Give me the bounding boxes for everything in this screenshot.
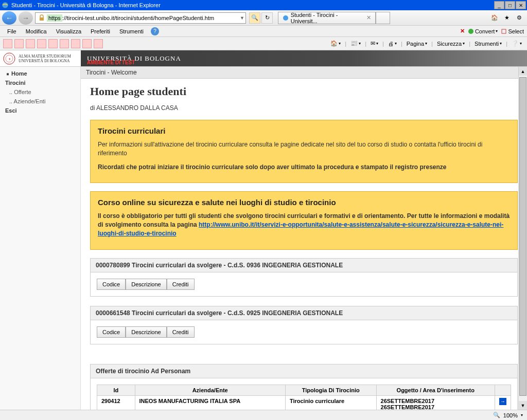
toolbar-btn-4[interactable] [37,39,46,48]
nav-bar: ← → https ▼ 🔍 ↻ Studenti - Tirocini - Un… [0,10,527,26]
toolbar-btn-2[interactable] [14,39,24,48]
th-azienda: Azienda/Ente [135,385,285,395]
cmd-feeds[interactable]: 📰▾ [348,39,363,48]
box1-p1: Per informazioni sull'attivazione del ti… [98,140,510,158]
svg-point-2 [283,15,288,21]
sidebar-esci[interactable]: Esci [0,106,80,115]
th-id: Id [97,385,135,395]
vertical-scrollbar[interactable]: ▲ ▼ [518,67,527,410]
svg-rect-1 [40,17,44,21]
toolbar-btn-6[interactable] [60,39,69,48]
address-bar[interactable]: https ▼ [35,12,246,24]
toolbar-btn-1[interactable] [3,39,12,48]
box1-title: Tirocini curriculari [98,126,510,135]
scroll-thumb[interactable] [519,77,526,396]
menu-modifica[interactable]: Modifica [22,27,51,35]
sidebar: Home Tirocini .. Offerte .. Aziende/Enti… [0,67,81,420]
window-title: Studenti - Tirocini - Università di Bolo… [11,2,494,8]
logo-line1: ALMA MATER STUDIORUM [19,54,71,59]
section1-body: Codice Descrizione Crediti [90,272,518,297]
breadcrumb: Tirocini - Welcome [81,67,527,79]
sec1-descrizione-button[interactable]: Descrizione [126,279,166,290]
section3-header: Offerte di tirocinio Ad Personam [90,364,518,378]
page-subtitle: di ALESSANDRO DALLA CASA [90,104,518,112]
sidebar-offerte[interactable]: .. Offerte [0,87,80,97]
sidebar-tirocini[interactable]: Tirocini [0,78,80,87]
cmd-sicurezza[interactable]: Sicurezza▾ [435,40,467,48]
help-icon[interactable]: ? [151,27,159,35]
toolbar-btn-8[interactable] [82,39,92,48]
minimize-button[interactable]: _ [494,1,504,9]
box2-title: Corso online su sicurezza e salute nei l… [98,198,510,207]
sec1-codice-button[interactable]: Codice [97,279,126,290]
shield-icon: ⚜ [3,52,15,65]
favorites-icon[interactable]: ★ [501,12,513,24]
toolbar-btn-3[interactable] [26,39,35,48]
toolbar-row: 🏠▾ | 📰▾ | ✉▾ | 🖨▾ | Pagina▾ | Sicurezza▾… [0,37,527,50]
university-banner: UNIVERSITÀ DI BOLOGNA AMBIENTE DI TEST [81,50,527,66]
toolbar-btn-7[interactable] [71,39,80,48]
sidebar-home[interactable]: Home [0,69,80,78]
main-content: Tirocini - Welcome Home page studenti di… [81,67,527,420]
convert-button[interactable]: Convert ▾ [468,28,498,34]
home-icon[interactable]: 🏠 [489,12,500,24]
toolbar-btn-9[interactable] [94,39,103,48]
back-button[interactable]: ← [2,11,16,25]
url-input[interactable] [62,15,240,21]
sec2-crediti-button[interactable]: Crediti [167,326,195,338]
close-x-button[interactable]: ✕ [460,28,465,34]
toolbar-btn-5[interactable] [48,39,58,48]
cmd-mail[interactable]: ✉▾ [368,39,380,48]
th-tipologia: Tipologia Di Tirocinio [285,385,376,395]
forward-button[interactable]: → [19,11,33,25]
cmd-pagina[interactable]: Pagina▾ [405,40,429,48]
menu-visualizza[interactable]: Visualizza [52,27,85,35]
cmd-strumenti[interactable]: Strumenti▾ [472,40,504,48]
section1-header: 0000780899 Tirocini curriculari da svolg… [90,258,518,272]
menu-strumenti[interactable]: Strumenti [115,27,148,35]
tab-close-icon[interactable]: ✕ [366,14,371,21]
browser-tab[interactable]: Studenti - Tirocini - Universit... ✕ [278,12,376,24]
cmd-help-icon[interactable]: ❔▾ [510,39,524,48]
maximize-button[interactable]: □ [505,1,515,9]
cmd-home[interactable]: 🏠▾ [328,39,343,48]
info-box-corso: Corso online su sicurezza e salute nei l… [90,191,518,249]
zoom-dropdown-icon[interactable]: ▾ [521,413,523,417]
select-icon [501,28,507,34]
scroll-up-button[interactable]: ▲ [519,67,527,76]
select-button[interactable]: Select [501,28,524,34]
th-oggetto: Oggetto / Area D'inserimento [376,385,495,395]
menu-bar: File Modifica Visualizza Preferiti Strum… [0,26,527,37]
sidebar-aziende[interactable]: .. Aziende/Enti [0,97,80,106]
sec1-crediti-button[interactable]: Crediti [167,279,195,290]
sec2-descrizione-button[interactable]: Descrizione [126,326,166,338]
zoom-icon[interactable]: 🔍 [493,412,500,418]
status-bar: 🔍 100% ▾ [0,410,527,420]
sec2-codice-button[interactable]: Codice [97,326,126,338]
url-protocol: https [47,14,62,22]
menu-file[interactable]: File [3,27,21,35]
new-tab-button[interactable] [376,12,390,24]
zoom-level: 100% [503,412,518,418]
menu-preferiti[interactable]: Preferiti [86,27,114,35]
ie-icon [1,1,9,9]
cmd-print[interactable]: 🖨▾ [386,40,399,48]
close-button[interactable]: ✕ [516,1,526,9]
section2-body: Codice Descrizione Crediti [90,320,518,344]
search-button[interactable]: 🔍 [249,12,260,24]
lock-icon [38,14,45,22]
scroll-down-button[interactable]: ▼ [519,401,527,410]
section2-header: 0000661548 Tirocini curriculari da svolg… [90,306,518,320]
page-icon [283,15,289,21]
tab-title: Studenti - Tirocini - Universit... [291,12,364,24]
info-box-tirocini: Tirocini curriculari Per informazioni su… [90,120,518,183]
settings-icon[interactable]: ⚙ [514,12,525,24]
refresh-button[interactable]: ↻ [261,12,273,24]
window-titlebar: Studenti - Tirocini - Università di Bolo… [0,0,527,10]
dropdown-icon[interactable]: ▼ [240,15,244,21]
university-logo-area: ⚜ ALMA MATER STUDIORUM UNIVERSITÀ DI BOL… [0,50,81,66]
go-arrow-button[interactable]: → [499,398,506,405]
svg-rect-4 [502,29,506,33]
box1-p2: Ricordati che potrai iniziare il tirocin… [98,163,510,172]
offerte-table: Id Azienda/Ente Tipologia Di Tirocinio O… [97,385,511,413]
